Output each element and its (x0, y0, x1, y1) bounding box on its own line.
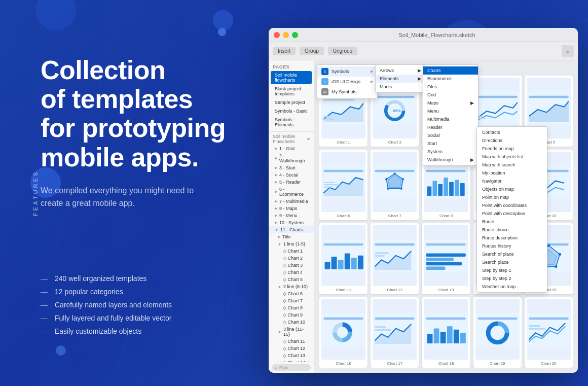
dd2-arrows[interactable]: Arrows ▶ (376, 66, 425, 75)
layer-chart11[interactable]: ◇ Chart 11 (269, 338, 314, 345)
sidebar-item-blank[interactable]: Blank project templates (271, 85, 312, 98)
chart-card-5[interactable]: Chart 5 (525, 76, 573, 147)
layer-chart10[interactable]: ◇ Chart 10 (269, 319, 314, 326)
layer-chart4[interactable]: ◇ Chart 4 (269, 269, 314, 276)
feature-dash-5: — (41, 327, 49, 335)
svg-rect-1 (323, 96, 363, 98)
sidebar-item-flowcharts[interactable]: Soil mobile flowcharts (271, 71, 312, 84)
feature-text-3: Carefully named layers and elements (55, 301, 172, 309)
svg-rect-86 (477, 251, 488, 253)
layer-11-charts[interactable]: ▼ 11 - Charts (269, 226, 314, 233)
sidebar-item-symbols-elements[interactable]: Symbols - Elements (271, 116, 312, 129)
sidebar-item-symbols-basic[interactable]: Symbols - Basic (271, 107, 312, 115)
chart-card-10[interactable]: Chart 10 (525, 150, 573, 221)
chart-card-20[interactable]: Chart 20 (525, 297, 573, 368)
layer-chart12[interactable]: ◇ Chart 12 (269, 345, 314, 352)
layer-3line[interactable]: ▼ 3 line (11-15) (269, 326, 314, 338)
hero-line1: Collection (41, 55, 165, 85)
chart-card-7[interactable]: Chart 7 (371, 150, 419, 221)
chart-preview-12 (373, 225, 417, 286)
chart-name-14: Chart 14 (490, 288, 505, 292)
chart-card-17[interactable]: Chart 17 (371, 297, 419, 368)
chart-card-2[interactable]: 65% Chart 2 (371, 76, 419, 147)
chart-card-16[interactable]: Chart 16 (319, 297, 368, 368)
layer-10-system[interactable]: ▶ 10 - System (269, 219, 314, 226)
layer-2-walkthrough[interactable]: ▶ 2 - Walkthrough (269, 152, 314, 164)
svg-rect-49 (444, 178, 449, 196)
chart-card-19[interactable]: Chart 19 (473, 297, 522, 368)
minimize-button[interactable] (283, 32, 289, 38)
feature-text-2: 12 popular categories (55, 288, 123, 296)
chart-card-3[interactable]: Chart 3 (422, 76, 470, 147)
chart-card-8[interactable]: Chart 8 (422, 150, 470, 221)
layer-2line[interactable]: ▼ 2 line (6-10) (269, 283, 314, 290)
chart-card-1[interactable]: Chart 1 (319, 76, 368, 147)
svg-point-93 (555, 265, 557, 268)
feature-item-5: — Easily customizable objects (41, 327, 233, 335)
svg-rect-25 (529, 96, 568, 98)
layer-7-multimedia[interactable]: ▶ 7 - Multimedia (269, 198, 314, 205)
layer-chart3[interactable]: ◇ Chart 3 (269, 262, 314, 269)
symbols-item-symbols[interactable]: S Symbols ▶ (317, 66, 377, 77)
layer-chart1[interactable]: ◇ Chart 1 (269, 248, 314, 255)
chart-preview-17 (373, 299, 417, 360)
layer-3-start[interactable]: ▶ 3 - Start (269, 164, 314, 171)
layer-6-ecommerce[interactable]: ▶ 6 - Ecommerce (269, 186, 314, 198)
close-button[interactable] (274, 32, 280, 38)
layer-chart6[interactable]: ◇ Chart 6 (269, 290, 314, 297)
chart-card-11[interactable]: Chart 11 (319, 223, 368, 294)
layer-1line[interactable]: ▼ 1 line (1-5) (269, 240, 314, 248)
svg-rect-80 (426, 267, 446, 270)
chart-card-15[interactable]: Chart 15 (525, 223, 573, 294)
chart-card-4[interactable]: Chart 4 (473, 76, 522, 147)
chart-card-13[interactable]: Chart 13 (422, 223, 470, 294)
chart-preview-13 (424, 225, 468, 286)
group-button[interactable]: Group (300, 47, 324, 55)
chart-name-4: Chart 4 (491, 140, 504, 145)
layer-8-maps[interactable]: ▶ 8 - Maps (269, 205, 314, 212)
maximize-button[interactable] (292, 32, 298, 38)
chart-card-9[interactable]: Chart 9 (473, 150, 522, 221)
chart-card-12[interactable]: Chart 12 (371, 223, 419, 294)
svg-rect-63 (323, 243, 363, 245)
svg-rect-114 (477, 317, 517, 319)
svg-rect-111 (454, 329, 459, 343)
layer-4-social[interactable]: ▶ 4 - Social (269, 171, 314, 179)
layer-chart7[interactable]: ◇ Chart 7 (269, 297, 314, 304)
hero-title: Collection of templates for prototyping … (41, 56, 253, 172)
svg-rect-46 (427, 186, 432, 196)
layer-chart5[interactable]: ◇ Chart 5 (269, 276, 314, 283)
chart-preview-11 (321, 225, 365, 286)
svg-rect-79 (426, 262, 462, 266)
chart-card-14[interactable]: Chart 14 (473, 223, 522, 294)
svg-rect-77 (426, 253, 466, 257)
svg-rect-82 (477, 243, 517, 245)
svg-rect-97 (323, 317, 363, 319)
hero-line4: mobile apps. (41, 143, 199, 172)
search-icon[interactable]: ⌕ (562, 45, 574, 57)
chart-preview-15 (527, 225, 571, 286)
layer-1-grid[interactable]: ▶ 1 - Grid (269, 145, 314, 152)
svg-rect-51 (455, 180, 459, 196)
feature-item-3: — Carefully named layers and elements (41, 301, 233, 309)
layer-chart9[interactable]: ◇ Chart 9 (269, 311, 314, 319)
svg-rect-23 (477, 118, 485, 119)
chart-card-18[interactable]: Chart 18 (422, 297, 470, 368)
sidebar-item-sample[interactable]: Sample project (271, 98, 312, 107)
layer-title[interactable]: ▶ Title (269, 233, 314, 240)
layer-chart13[interactable]: ◇ Chart 13 (269, 352, 314, 359)
svg-rect-45 (426, 169, 466, 171)
ungroup-button[interactable]: Ungroup (328, 47, 357, 55)
svg-rect-30 (323, 169, 363, 171)
chart-name-16: Chart 16 (336, 361, 351, 366)
layer-chart8[interactable]: ◇ Chart 8 (269, 304, 314, 311)
chart-card-6[interactable]: Chart 6 (319, 150, 368, 221)
layer-chart2[interactable]: ◇ Chart 2 (269, 255, 314, 262)
svg-rect-7 (375, 96, 415, 98)
layer-5-reader[interactable]: ▶ 5 - Reader (269, 179, 314, 186)
insert-button[interactable]: Insert (273, 47, 296, 55)
svg-rect-15 (436, 108, 442, 122)
svg-rect-14 (428, 114, 434, 122)
feature-dash-4: — (41, 314, 49, 322)
layer-9-menu[interactable]: ▶ 9 - Menu (269, 212, 314, 219)
